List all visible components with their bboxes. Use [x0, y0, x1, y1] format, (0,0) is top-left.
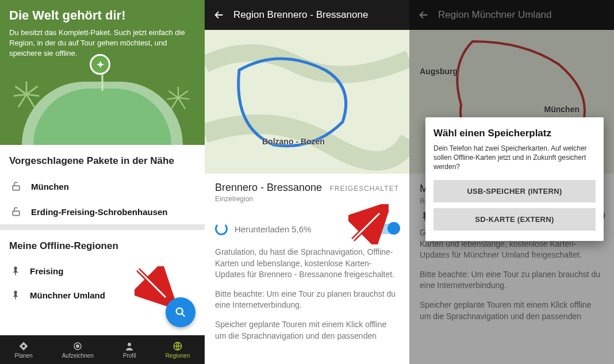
svg-point-18	[176, 308, 183, 315]
region-outline	[205, 30, 409, 174]
suggested-item[interactable]: München	[0, 174, 205, 199]
record-icon	[72, 341, 83, 351]
info-para: Bitte beachte: Um eine Tour zu planen br…	[205, 289, 409, 319]
appbar-title: Region Brennero - Bressanone	[233, 9, 368, 21]
offline-region-label: Münchner Umland	[30, 290, 105, 300]
search-fab[interactable]	[166, 297, 195, 327]
dialog-body: Dein Telefon hat zwei Speicherkarten. Au…	[433, 144, 596, 172]
world-pack-hero: Die Welt gehört dir! Du besitzt das Komp…	[0, 0, 205, 145]
svg-line-8	[178, 91, 188, 98]
svg-rect-16	[15, 273, 16, 275]
suggested-item[interactable]: Erding-Freising-Schrobenhausen	[0, 199, 205, 224]
svg-point-22	[76, 344, 79, 347]
unlock-icon	[10, 181, 22, 192]
svg-line-5	[14, 94, 26, 96]
download-row: Herunterladen 5,6%	[205, 211, 409, 247]
svg-line-11	[171, 98, 178, 109]
pin-icon	[10, 266, 21, 276]
back-icon[interactable]	[213, 9, 225, 21]
svg-line-4	[18, 94, 26, 107]
region-title: Brennero - Bressanone	[215, 182, 322, 194]
suggested-item-label: Erding-Freising-Schrobenhausen	[31, 207, 168, 217]
globe-icon	[172, 341, 183, 351]
section-divider	[0, 224, 205, 230]
offline-region-label: Freising	[30, 266, 63, 276]
svg-line-2	[26, 94, 39, 96]
storage-external-button[interactable]: SD-KARTE (EXTERN)	[433, 208, 596, 231]
suggested-item-label: München	[31, 182, 69, 191]
svg-line-10	[178, 98, 185, 109]
nav-profile[interactable]: Profil	[123, 341, 136, 359]
suggested-header: Vorgeschlagene Pakete in der Nähe	[0, 145, 205, 174]
spinner-icon	[215, 223, 228, 235]
svg-line-19	[182, 313, 185, 316]
info-para: Gratulation, du hast die Sprachnavigatio…	[205, 247, 409, 289]
svg-line-13	[168, 91, 178, 98]
annotation-arrow-icon	[135, 266, 175, 306]
storage-dialog: Wähl einen Speicherplatz Dein Telefon ha…	[425, 117, 604, 241]
svg-line-3	[26, 94, 34, 107]
svg-rect-15	[13, 211, 20, 216]
appbar: Region Brennero - Bressanone	[205, 0, 409, 30]
svg-line-1	[26, 86, 38, 94]
bottom-nav: Planen Aufzeichnen Profil Regionen	[0, 335, 205, 364]
flag-icon: ✦	[90, 54, 115, 79]
svg-rect-14	[13, 186, 20, 190]
globe-illustration: ✦	[22, 82, 183, 145]
nav-regions[interactable]: Regionen	[166, 341, 190, 359]
region-map[interactable]: Bolzano - Bozen	[205, 30, 409, 174]
info-para: Speicher geplante Touren mit einem Klick…	[205, 319, 409, 350]
svg-line-6	[15, 86, 26, 94]
profile-icon	[124, 341, 135, 351]
screen-region-detail: Region Brennero - Bressanone Bolzano - B…	[205, 0, 409, 364]
storage-internal-button[interactable]: USB-SPEICHER (INTERN)	[433, 180, 596, 202]
hero-title: Die Welt gehört dir!	[9, 8, 195, 23]
svg-rect-17	[15, 297, 16, 300]
map-city-label: Bolzano - Bozen	[262, 137, 325, 146]
screen-storage-dialog: Region Münchner Umland Augsburg München …	[409, 0, 614, 364]
nav-plan[interactable]: Planen	[15, 341, 33, 359]
svg-line-12	[167, 98, 178, 99]
dialog-title: Wähl einen Speicherplatz	[433, 128, 596, 139]
svg-point-20	[22, 344, 25, 347]
annotation-arrow-icon	[348, 204, 389, 244]
svg-point-23	[128, 343, 131, 346]
pin-icon	[10, 290, 21, 300]
search-icon	[174, 306, 187, 319]
mine-header: Meine Offline-Regionen	[0, 230, 205, 259]
nav-record[interactable]: Aufzeichnen	[62, 341, 94, 359]
diamond-icon	[18, 341, 29, 351]
region-subtitle: Einzelregion	[215, 195, 399, 203]
screen-regions-list: Die Welt gehört dir! Du besitzt das Komp…	[0, 0, 205, 364]
unlocked-badge: FREIGESCHALTET	[330, 185, 399, 193]
svg-line-9	[178, 98, 189, 99]
unlock-icon	[10, 206, 22, 217]
